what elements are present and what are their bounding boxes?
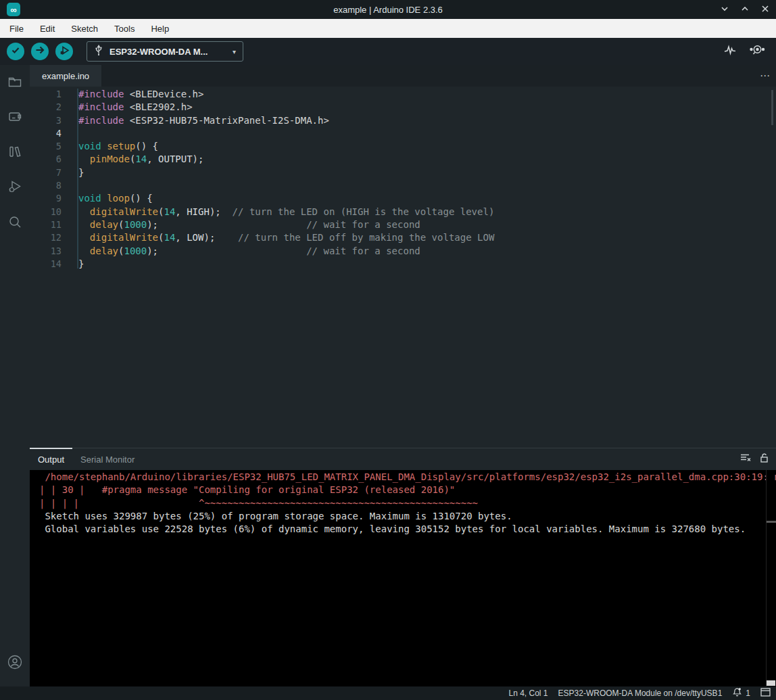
menu-item-edit[interactable]: Edit [32,19,63,38]
bell-icon [732,687,742,699]
line-number: 7 [30,166,62,179]
line-number: 6 [30,153,62,166]
right-arrow-icon [34,45,45,58]
editor-tabbar: example.ino ⋯ [30,65,776,87]
code-line-10[interactable]: 10 digitalWrite(14, HIGH); // turn the L… [30,206,776,218]
tab-example.ino[interactable]: example.ino [30,65,101,87]
code-line-1[interactable]: 1#include <BLEDevice.h> [30,88,776,101]
board-selector-label: ESP32-WROOM-DA M... [110,47,208,57]
toggle-bottom-panel-button[interactable] [760,688,771,699]
sidebar-item-debug[interactable] [0,170,30,206]
line-number: 8 [30,179,62,192]
console-scrollbar-thumb[interactable] [767,521,776,523]
toolbar: ESP32-WROOM-DA M... ▾ [0,38,776,65]
clear-output-icon[interactable] [739,452,752,466]
tab-overflow-menu[interactable]: ⋯ [760,65,771,87]
menu-item-sketch[interactable]: Sketch [63,19,106,38]
window-title: example | Arduino IDE 2.3.6 [0,5,776,15]
lock-open-icon[interactable] [758,452,769,466]
code-line-6[interactable]: 6 pinMode(14, OUTPUT); [30,153,776,166]
line-number: 14 [30,258,62,271]
line-number: 3 [30,114,62,127]
notification-count: 1 [746,689,750,698]
line-number: 10 [30,206,62,218]
line-number: 1 [30,88,62,101]
console-line: | | 30 | #pragma message "Compiling for … [39,484,776,496]
code-line-7[interactable]: 7} [30,166,776,179]
debug-play-bug-icon [59,45,70,59]
window-controls [719,0,771,19]
board-selector-dropdown[interactable]: ESP32-WROOM-DA M... ▾ [87,41,243,62]
sidebar-item-library-manager[interactable] [0,135,30,170]
sidebar-item-account[interactable] [0,646,30,681]
notifications-button[interactable]: 1 [732,687,750,699]
serial-plotter-icon[interactable] [723,44,737,59]
maximize-button[interactable] [739,4,750,15]
cursor-position: Ln 4, Col 1 [509,689,548,698]
console-line: Sketch uses 329987 bytes (25%) of progra… [39,510,776,523]
code-line-12[interactable]: 12 digitalWrite(14, LOW); // turn the LE… [30,231,776,244]
editor-cursor-guide [77,89,78,269]
minimize-button[interactable] [719,4,730,15]
output-console[interactable]: /home/stephanb/Arduino/libraries/ESP32_H… [30,470,776,686]
debug-button[interactable] [55,43,73,60]
code-line-3[interactable]: 3#include <ESP32-HUB75-MatrixPanel-I2S-D… [30,114,776,127]
serial-monitor-icon[interactable] [749,43,765,60]
board-port-status: ESP32-WROOM-DA Module on /dev/ttyUSB1 [558,689,723,698]
menu-item-tools[interactable]: Tools [106,19,143,38]
code-editor[interactable]: 1#include <BLEDevice.h>2#include <BLE290… [30,87,776,448]
arduino-ide-window: ∞ example | Arduino IDE 2.3.6 FileEditSk… [0,0,776,700]
code-line-2[interactable]: 2#include <BLE2902.h> [30,101,776,114]
code-line-4[interactable]: 4 [30,127,776,140]
chevron-down-icon [721,3,729,16]
bottom-panel-header: OutputSerial Monitor [30,448,776,470]
search-icon [7,214,23,233]
menu-item-file[interactable]: File [1,19,32,38]
menubar: FileEditSketchToolsHelp [0,19,776,38]
folder-icon [7,73,23,92]
titlebar: ∞ example | Arduino IDE 2.3.6 [0,0,776,19]
arduino-logo-icon: ∞ [7,3,20,16]
line-number: 11 [30,218,62,231]
chevron-up-icon [741,3,749,16]
upload-button[interactable] [31,43,49,60]
code-line-9[interactable]: 9void loop() { [30,192,776,205]
statusbar: Ln 4, Col 1 ESP32-WROOM-DA Module on /de… [0,686,776,700]
console-line: | | | | ^~~~~~~~~~~~~~~~~~~~~~~~~~~~~~~~… [39,497,776,510]
output-tab-output[interactable]: Output [30,448,72,471]
code-line-11[interactable]: 11 delay(1000); // wait for a second [30,218,776,231]
account-icon [6,653,24,674]
console-scrollbar-corner [767,680,775,686]
line-number: 12 [30,231,62,244]
close-icon [761,3,769,16]
code-line-5[interactable]: 5void setup() { [30,140,776,153]
activity-sidebar [0,65,30,686]
line-number: 2 [30,101,62,114]
usb-icon [94,44,103,59]
sidebar-item-sketchbook[interactable] [0,65,30,100]
close-button[interactable] [760,4,771,15]
check-icon [10,45,21,58]
chevron-down-icon: ▾ [233,48,236,55]
editor-scrollbar[interactable] [771,90,773,125]
code-line-8[interactable]: 8 [30,179,776,192]
verify-button[interactable] [7,43,24,60]
line-number: 4 [30,127,62,140]
board-icon [7,108,23,127]
line-number: 9 [30,192,62,205]
menu-item-help[interactable]: Help [143,19,177,38]
debug-icon [7,179,23,197]
books-icon [7,143,23,162]
console-line: Global variables use 22528 bytes (6%) of… [39,523,776,536]
line-number: 13 [30,245,62,258]
line-number: 5 [30,140,62,153]
console-line: /home/stephanb/Arduino/libraries/ESP32_H… [39,471,776,484]
code-line-13[interactable]: 13 delay(1000); // wait for a second [30,245,776,258]
main-area: example.ino ⋯ 1#include <BLEDevice.h>2#i… [30,65,776,686]
code-line-14[interactable]: 14} [30,258,776,271]
sidebar-item-boards-manager[interactable] [0,100,30,135]
output-tab-serial-monitor[interactable]: Serial Monitor [72,448,143,471]
sidebar-item-search[interactable] [0,206,30,241]
console-scrollbar-track [766,470,767,686]
